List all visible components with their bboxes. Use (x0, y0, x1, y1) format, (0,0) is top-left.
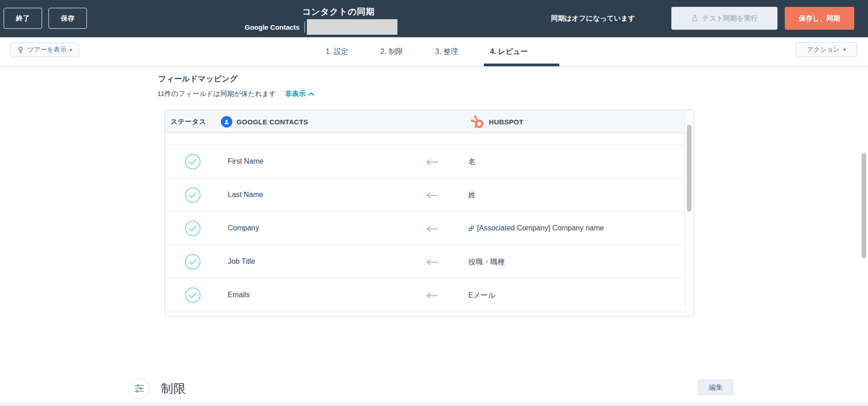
steps-toolbar: ツアーを表示 ▾ 1. 設定 2. 制限 3. 整理 4. レビュー アクション… (0, 37, 868, 66)
page-scrollbar-thumb[interactable] (862, 153, 866, 258)
test-sync-button[interactable]: テスト同期を実行 (671, 7, 777, 30)
field-mapping-table: ステータス GOOGLE CONTACTS (165, 110, 694, 316)
chevron-up-icon (308, 92, 314, 96)
hubspot-field: 姓 (468, 191, 476, 200)
hubspot-cell: 姓 (468, 191, 476, 200)
step-organize[interactable]: 3. 整理 (435, 47, 458, 57)
redacted-account-name (307, 19, 397, 35)
lightbulb-icon (17, 46, 24, 53)
section-bottom-edge (0, 403, 868, 406)
test-sync-label: テスト同期を実行 (702, 14, 757, 23)
limits-heading: 制限 (161, 380, 186, 397)
exit-button[interactable]: 終了 (4, 8, 42, 29)
save-and-sync-button[interactable]: 保存し、同期 (785, 7, 854, 30)
table-row: First Name 名 (165, 145, 685, 178)
wizard-steps: 1. 設定 2. 制限 3. 整理 4. レビュー (326, 37, 528, 66)
partially-scrolled-row (165, 133, 685, 145)
table-scrollbar[interactable] (685, 110, 694, 316)
google-field: Emails (228, 291, 250, 299)
caret-down-icon: ▾ (843, 47, 846, 52)
table-header-row: ステータス GOOGLE CONTACTS (165, 110, 685, 133)
step-settings[interactable]: 1. 設定 (326, 47, 348, 57)
step-limits[interactable]: 2. 制限 (380, 47, 403, 57)
check-circle-icon (185, 287, 201, 303)
sync-settings-page: 終了 保存 コンタクトの同期 Google Contacts 同期はオフになって… (0, 0, 868, 406)
association-link-icon (468, 225, 474, 231)
table-row: Job Title 役職・職種 (165, 245, 685, 278)
hubspot-field: 役職・職種 (468, 257, 505, 267)
sliders-icon (134, 383, 145, 394)
check-circle-icon (185, 254, 201, 270)
google-contacts-column-header: GOOGLE CONTACTS (221, 110, 308, 133)
limits-section-icon-circle (129, 378, 150, 399)
caret-down-icon: ▾ (70, 48, 72, 53)
google-contacts-icon (221, 116, 232, 128)
hubspot-field: 名 (468, 157, 476, 167)
check-circle-icon (185, 187, 201, 203)
hubspot-cell: 名 (468, 157, 476, 167)
app-header: 終了 保存 コンタクトの同期 Google Contacts 同期はオフになって… (0, 0, 868, 37)
check-circle-icon (185, 154, 201, 170)
mapping-summary-row: 11件のフィールドは同期が保たれます 非表示 (157, 90, 314, 98)
sync-direction-arrow-icon (425, 159, 439, 167)
field-mapping-heading: フィールドマッピング (158, 74, 238, 84)
sync-direction-arrow-icon (425, 259, 439, 267)
status-column-header: ステータス (171, 118, 206, 126)
hide-label: 非表示 (285, 90, 305, 98)
page-title: コンタクトの同期 (206, 6, 471, 18)
table-body: First Name 名 Last Name (165, 133, 685, 316)
hide-link[interactable]: 非表示 (285, 90, 314, 98)
flask-icon (691, 15, 698, 22)
sync-direction-arrow-icon (425, 225, 439, 234)
show-tour-label: ツアーを表示 (27, 46, 66, 54)
subtitle-separator (304, 21, 305, 32)
check-circle-icon (185, 220, 201, 236)
sync-direction-arrow-icon (425, 292, 439, 300)
hubspot-cell: [Associated Company] Company name (468, 224, 604, 232)
show-tour-button[interactable]: ツアーを表示 ▾ (10, 43, 79, 57)
review-content: フィールドマッピング 11件のフィールドは同期が保たれます 非表示 ステータス (0, 66, 868, 406)
hubspot-sprocket-icon (470, 114, 484, 129)
hubspot-field: [Associated Company] Company name (477, 224, 604, 232)
google-field: First Name (228, 157, 263, 166)
save-button[interactable]: 保存 (48, 8, 87, 29)
active-step-underline (484, 64, 559, 66)
google-field: Company (228, 224, 259, 232)
sync-status-text: 同期はオフになっています (551, 14, 635, 23)
sync-direction-arrow-icon (425, 192, 439, 200)
mapping-summary-text: 11件のフィールドは同期が保たれます (157, 90, 276, 98)
actions-dropdown-button[interactable]: アクション ▾ (796, 42, 857, 57)
table-row: Last Name 姓 (165, 178, 685, 212)
table-row: Emails Eメール (165, 278, 685, 312)
google-field: Job Title (228, 257, 255, 266)
sync-subtitle: Google Contacts (245, 19, 397, 35)
table-row: Company [Associated Company] Company nam… (165, 212, 685, 245)
google-contacts-header-label: GOOGLE CONTACTS (236, 118, 308, 126)
hubspot-cell: 役職・職種 (468, 257, 505, 267)
step-review[interactable]: 4. レビュー (490, 47, 528, 57)
hubspot-header-label: HUBSPOT (489, 118, 523, 126)
google-field: Last Name (228, 191, 263, 199)
table-scrollbar-thumb[interactable] (687, 125, 691, 212)
hubspot-column-header: HUBSPOT (470, 110, 523, 133)
actions-label: アクション (807, 46, 840, 54)
hubspot-cell: Eメール (468, 291, 495, 300)
edit-limits-button[interactable]: 編集 (698, 379, 733, 395)
app-name-label: Google Contacts (245, 23, 300, 31)
hubspot-field: Eメール (468, 291, 495, 300)
